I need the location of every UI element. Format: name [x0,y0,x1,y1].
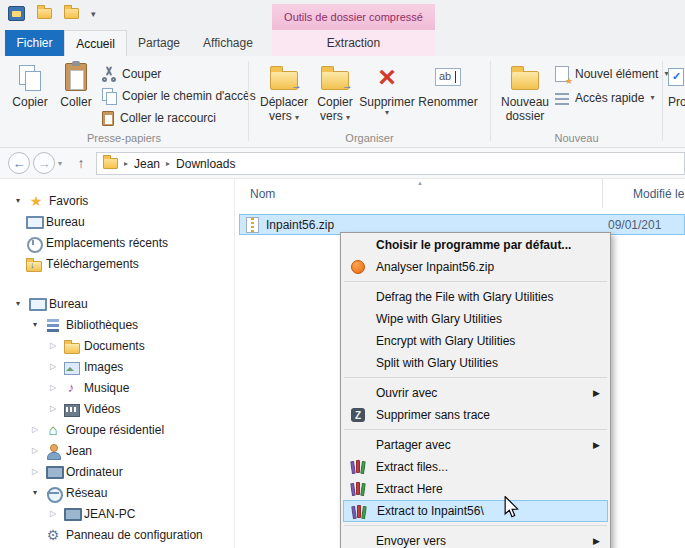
new-item-button[interactable]: Nouvel élément ▾ [555,64,668,84]
sidebar-section-gap [0,274,234,293]
new-folder-button[interactable]: Nouveau dossier [497,59,553,124]
menu-item-envoyer-vers[interactable]: Envoyer vers ▶ [341,530,610,548]
menu-item-label: Supprimer sans trace [376,408,490,422]
collapsed-triangle-icon[interactable]: ▷ [48,404,58,413]
star-icon: ★ [28,193,44,209]
zip-file-icon [246,217,259,233]
breadcrumb-jean[interactable]: Jean [134,157,160,171]
cut-button[interactable]: Couper [102,64,161,84]
collapsed-triangle-icon[interactable]: ▷ [30,446,40,455]
sidebar-item-videos[interactable]: ▷ Vidéos [0,398,234,419]
desktop-icon [28,296,44,312]
sidebar-label: Groupe résidentiel [66,423,164,437]
move-to-button[interactable]: → Déplacer vers ▾ [257,59,311,124]
tab-partage[interactable]: Partage [127,30,191,56]
back-button[interactable]: ← [8,152,30,174]
group-label-organiser: Organiser [249,132,490,144]
expanded-triangle-icon[interactable]: ▾ [13,299,23,308]
breadcrumb-downloads[interactable]: Downloads [176,157,235,171]
sidebar-label: Documents [84,339,145,353]
dropdown-caret-icon: ▾ [385,109,389,117]
collapsed-triangle-icon[interactable]: ▷ [30,467,40,476]
menu-item-supprimer-sans-trace[interactable]: Z Supprimer sans trace [341,404,610,426]
menu-item-defrag-glary[interactable]: Defrag the File with Glary Utilities [341,286,610,308]
tab-accueil[interactable]: Accueil [64,30,127,56]
history-dropdown-icon[interactable]: ▾ [58,159,62,168]
delete-label: Supprimer [359,95,414,109]
menu-item-extract-to-inpaint56[interactable]: Extract to Inpaint56\ [343,500,608,522]
menu-item-label: Choisir le programme par défaut... [376,238,571,252]
sidebar-item-images[interactable]: ▷ Images [0,356,234,377]
menu-item-encrypt-glary[interactable]: Encrypt with Glary Utilities [341,330,610,352]
sidebar-item-jean[interactable]: ▷ Jean [0,440,234,461]
sidebar-item-groupe-residentiel[interactable]: ▷ ⌂ Groupe résidentiel [0,419,234,440]
sidebar-item-panneau-configuration[interactable]: ⚙ Panneau de configuration [0,524,234,545]
menu-item-ouvrir-avec[interactable]: Ouvrir avec ▶ [341,382,610,404]
qat-folder-icon[interactable] [37,8,52,19]
menu-item-wipe-glary[interactable]: Wipe with Glary Utilities [341,308,610,330]
expanded-triangle-icon[interactable]: ▾ [13,196,23,205]
column-header-modifie-le[interactable]: Modifié le [603,179,685,208]
column-label-modifie-le: Modifié le [633,187,684,201]
sidebar-item-telechargements[interactable]: ↓ Téléchargements [0,253,234,274]
menu-item-choose-default-program[interactable]: Choisir le programme par défaut... [341,234,610,256]
rename-button[interactable]: Renommer [415,59,481,109]
copy-button[interactable]: Copier [8,59,52,109]
qat-new-folder-icon[interactable] [64,8,79,19]
sidebar-item-bureau[interactable]: ▾ Bureau [0,293,234,314]
menu-item-label: Extract to Inpaint56\ [377,504,484,518]
collapsed-triangle-icon[interactable]: ▷ [48,362,58,371]
copy-path-button[interactable]: Copier le chemin d'accès [102,86,256,106]
user-icon [45,443,61,459]
collapsed-triangle-icon[interactable]: ▷ [48,509,58,518]
computer-icon [63,506,79,522]
contextual-tab-group: Extraction [272,30,435,56]
copy-to-button[interactable]: → Copier vers ▾ [311,59,359,124]
menu-item-label: Envoyer vers [376,534,446,548]
sidebar-item-bibliotheques[interactable]: ▾ Bibliothèques [0,314,234,335]
dropdown-caret-icon: ▾ [346,113,350,122]
sidebar-item-favoris[interactable]: ▾ ★ Favoris [0,190,234,211]
paste-shortcut-button[interactable]: Coller le raccourci [102,108,216,128]
properties-button[interactable]: Pro [668,59,685,109]
sidebar-item-bureau-favori[interactable]: Bureau [0,211,234,232]
sidebar-item-musique[interactable]: ▷ ♪ Musique [0,377,234,398]
expanded-triangle-icon[interactable]: ▾ [30,488,40,497]
collapsed-triangle-icon[interactable]: ▷ [48,383,58,392]
up-button[interactable]: ↑ [71,154,91,172]
sidebar-item-jean-pc[interactable]: ▷ JEAN-PC [0,503,234,524]
menu-item-extract-files[interactable]: Extract files... [341,456,610,478]
menu-item-label: Extract Here [376,482,443,496]
downloads-folder-icon: ↓ [25,256,41,272]
pictures-icon [63,359,79,375]
column-header-nom[interactable]: Nom ▲ [235,179,603,208]
tab-fichier[interactable]: Fichier [5,30,64,56]
menu-item-split-glary[interactable]: Split with Glary Utilities [341,352,610,374]
breadcrumb-chevron-icon[interactable]: ▸ [124,159,128,168]
sidebar-item-emplacements-recents[interactable]: Emplacements récents [0,232,234,253]
collapsed-triangle-icon[interactable]: ▷ [30,425,40,434]
qat-dropdown-chevron-icon[interactable]: ▾ [91,9,96,19]
delete-button[interactable]: × Supprimer ▾ [361,59,413,117]
titlebar: ▾ Outils de dossier compressé [0,0,685,30]
easy-access-button[interactable]: Accès rapide ▾ [555,88,654,108]
breadcrumb-chevron-icon[interactable]: ▸ [166,159,170,168]
network-icon [45,485,61,501]
breadcrumb-field[interactable]: ▸ Jean ▸ Downloads [96,152,685,175]
forward-button[interactable]: → [33,152,55,174]
contextual-tab-header: Outils de dossier compressé [272,4,435,30]
tab-extraction[interactable]: Extraction [272,30,435,56]
copy-label: Copier [12,95,47,109]
paste-button[interactable]: Coller [54,59,98,109]
sidebar-item-reseau[interactable]: ▾ Réseau [0,482,234,503]
address-bar: ← → ▾ ↑ ▸ Jean ▸ Downloads [0,148,685,179]
collapsed-triangle-icon[interactable]: ▷ [48,341,58,350]
sidebar-item-ordinateur[interactable]: ▷ Ordinateur [0,461,234,482]
menu-item-extract-here[interactable]: Extract Here [341,478,610,500]
tab-affichage[interactable]: Affichage [191,30,265,56]
sidebar-item-documents[interactable]: ▷ Documents [0,335,234,356]
group-presse-papiers: Copier Coller Couper Copier le chemin d'… [0,56,248,147]
menu-item-partager-avec[interactable]: Partager avec ▶ [341,434,610,456]
expanded-triangle-icon[interactable]: ▾ [30,320,40,329]
menu-item-scan-with-antivirus[interactable]: Analyser Inpaint56.zip [341,256,610,278]
